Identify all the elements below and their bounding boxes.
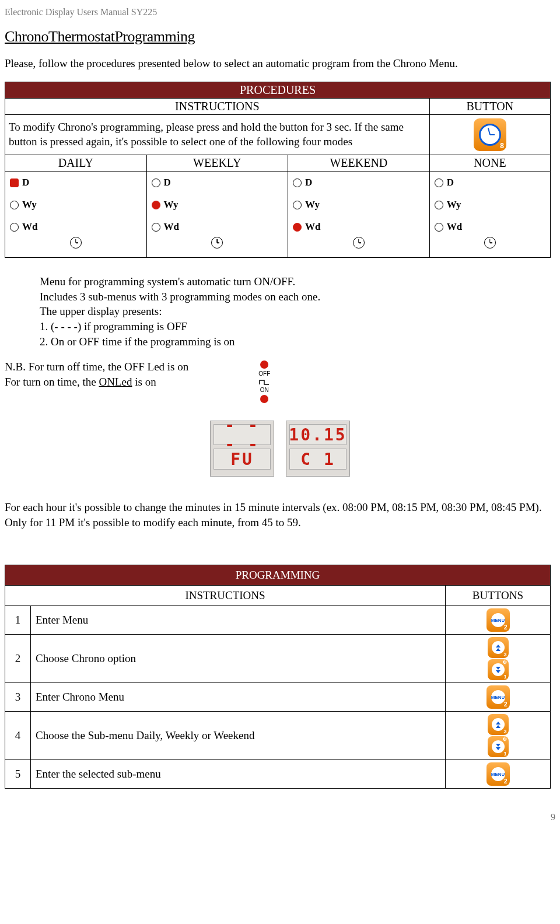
step-number: 4	[5, 712, 31, 760]
step-number: 2	[5, 635, 31, 683]
instructions-col-header: INSTRUCTIONS	[5, 99, 430, 115]
step-button: MENU2	[446, 606, 551, 635]
led-wy-off	[10, 201, 19, 209]
clock-small-icon	[353, 237, 365, 249]
mode-weekly-header: WEEKLY	[146, 155, 288, 172]
led-wd-off	[152, 223, 160, 232]
mode-none-indicator: D Wy Wd	[429, 172, 550, 258]
arrow-button-group: 31⏻	[488, 714, 509, 757]
step-button: MENU2	[446, 760, 551, 789]
led-d-off	[152, 178, 160, 187]
step-button: MENU2	[446, 683, 551, 712]
up-button[interactable]: 3	[488, 637, 509, 658]
button-col-header: BUTTON	[429, 99, 550, 115]
square-wave-icon	[258, 379, 270, 386]
menu-button[interactable]: MENU2	[487, 762, 510, 786]
doc-header: Electronic Display Users Manual SY225	[5, 7, 555, 18]
clock-small-icon	[211, 237, 223, 249]
step-instruction: Enter Menu	[31, 606, 446, 635]
nb-block: N.B. For turn off time, the OFF Led is o…	[5, 359, 555, 404]
down-button[interactable]: 1⏻	[488, 659, 509, 680]
prog-buttons-header: BUTTONS	[446, 586, 551, 606]
programming-header: PROGRAMMING	[5, 565, 551, 586]
intro-text: Please, follow the procedures presented …	[5, 57, 555, 70]
step-instruction: Choose the Sub-menu Daily, Weekly or Wee…	[31, 712, 446, 760]
clock-button-cell: 8	[429, 115, 550, 155]
step-number: 5	[5, 760, 31, 789]
clock-small-icon	[70, 237, 82, 249]
arrow-button-group: 31⏻	[488, 637, 509, 680]
interval-text: For each hour it's possible to change th…	[5, 500, 555, 530]
step-instruction: Enter Chrono Menu	[31, 683, 446, 712]
led-wy-on	[152, 201, 160, 209]
mode-weekend-indicator: D Wy Wd	[288, 172, 430, 258]
lcd-examples: - - - - FU 10.15 C 1	[5, 421, 555, 477]
on-led-icon	[260, 395, 268, 403]
clock-icon	[479, 124, 501, 146]
step-button: 31⏻	[446, 712, 551, 760]
led-wd-off	[10, 223, 19, 232]
step-instruction: Choose Chrono option	[31, 635, 446, 683]
programming-table: PROGRAMMING INSTRUCTIONS BUTTONS 1Enter …	[5, 565, 551, 789]
mode-daily-indicator: D Wy Wd	[5, 172, 147, 258]
menu-button[interactable]: MENU2	[487, 685, 510, 709]
clock-small-icon	[484, 237, 496, 249]
off-on-indicator: OFF ON	[258, 359, 270, 404]
section-title: ChronoThermostatProgramming	[5, 28, 555, 46]
instruction-text: To modify Chrono's programming, please p…	[5, 115, 430, 155]
step-number: 1	[5, 606, 31, 635]
mode-weekend-header: WEEKEND	[288, 155, 430, 172]
menu-button[interactable]: MENU2	[487, 608, 510, 632]
off-led-icon	[260, 360, 268, 369]
step-number: 3	[5, 683, 31, 712]
page-number: 9	[5, 812, 555, 822]
down-button[interactable]: 1⏻	[488, 736, 509, 757]
up-button[interactable]: 3	[488, 714, 509, 735]
led-wy-off	[293, 201, 302, 209]
prog-instructions-header: INSTRUCTIONS	[5, 586, 446, 606]
led-d-on	[10, 178, 19, 187]
procedures-header: PROCEDURES	[5, 82, 551, 99]
button-number: 8	[500, 142, 504, 150]
lcd-off-example: - - - - FU	[210, 421, 274, 477]
led-wd-on	[293, 223, 302, 232]
mode-daily-header: DAILY	[5, 155, 147, 172]
clock-button-8[interactable]: 8	[474, 118, 506, 151]
lcd-on-example: 10.15 C 1	[286, 421, 350, 477]
step-instruction: Enter the selected sub-menu	[31, 760, 446, 789]
led-wy-off	[435, 201, 443, 209]
mode-none-header: NONE	[429, 155, 550, 172]
procedures-table: PROCEDURES INSTRUCTIONS BUTTON To modify…	[5, 82, 551, 258]
step-button: 31⏻	[446, 635, 551, 683]
led-d-off	[435, 178, 443, 187]
description-block: Menu for programming system's automatic …	[40, 274, 555, 349]
led-d-off	[293, 178, 302, 187]
led-wd-off	[435, 223, 443, 232]
mode-weekly-indicator: D Wy Wd	[146, 172, 288, 258]
